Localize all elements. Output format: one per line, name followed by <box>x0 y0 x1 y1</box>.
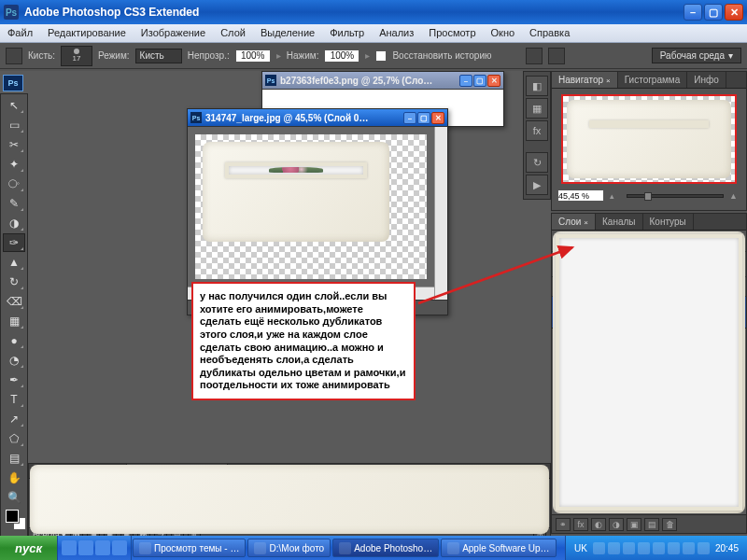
foreground-color-swatch[interactable] <box>6 510 19 523</box>
task-apple-update[interactable]: Apple Software Up… <box>441 539 556 557</box>
collapsed-swatches-icon[interactable]: ▦ <box>526 98 548 119</box>
collapsed-actions-icon[interactable]: ▶ <box>526 175 548 195</box>
tray-icon-7[interactable] <box>683 542 695 554</box>
maximize-button[interactable]: ▢ <box>704 4 723 21</box>
tray-icon-8[interactable] <box>698 542 710 554</box>
ql-icon-4[interactable] <box>112 540 127 555</box>
brush-preset-picker[interactable]: 17 <box>61 46 92 66</box>
collapsed-history-icon[interactable]: ↻ <box>526 152 548 173</box>
tool-notes[interactable]: ▤ <box>3 449 25 468</box>
doc-maximize-front[interactable]: ▢ <box>417 112 430 124</box>
menu-image[interactable]: Изображение <box>134 24 213 42</box>
delete-layer-icon[interactable]: 🗑 <box>662 518 677 531</box>
tray-icon-1[interactable] <box>593 542 605 554</box>
tool-pen[interactable]: ✒ <box>3 371 25 389</box>
frame-thumbnail[interactable] <box>35 491 64 515</box>
tool-crop[interactable]: ⧂ <box>3 175 25 193</box>
menu-layer[interactable]: Слой <box>213 24 253 42</box>
link-layers-icon[interactable]: ⚭ <box>556 518 571 531</box>
tab-histogram[interactable]: Гистограмма <box>618 72 688 88</box>
tab-layers[interactable]: Слои× <box>552 214 596 230</box>
doc-close-front[interactable]: ✕ <box>431 112 444 124</box>
menu-select[interactable]: Выделение <box>253 24 322 42</box>
flow-input[interactable] <box>324 49 359 63</box>
workspace-button[interactable]: Рабочая среда ▾ <box>652 48 741 63</box>
ql-icon-1[interactable] <box>62 540 77 555</box>
tab-paths[interactable]: Контуры <box>643 214 694 230</box>
close-button[interactable]: ✕ <box>725 4 743 21</box>
tab-info[interactable]: Инфо <box>687 72 726 88</box>
zoom-out-icon[interactable]: ▴ <box>610 191 621 201</box>
navigator-zoom-slider[interactable] <box>627 194 724 198</box>
doc-minimize-back[interactable]: – <box>459 75 472 87</box>
tool-shape[interactable]: ⬠ <box>3 429 25 448</box>
doc-close-back[interactable]: ✕ <box>487 75 500 87</box>
menu-file[interactable]: Файл <box>0 24 40 42</box>
ql-icon-2[interactable] <box>78 540 93 555</box>
tray-icon-6[interactable] <box>668 542 680 554</box>
tool-blur[interactable]: ● <box>3 331 25 350</box>
layer-item-0[interactable]: 👁 Слой 0 <box>552 297 746 329</box>
document-titlebar-back[interactable]: Ps b27363fef0e3.png @ 25,7% (Сло… – ▢ ✕ <box>262 72 503 89</box>
tool-path[interactable]: ↗ <box>3 410 25 428</box>
adjustment-layer-icon[interactable]: ◑ <box>609 518 624 531</box>
layer-thumbnail[interactable] <box>573 301 601 325</box>
tool-stamp[interactable]: ▲ <box>3 253 25 272</box>
doc-maximize-back[interactable]: ▢ <box>473 75 486 87</box>
doc-minimize-front[interactable]: – <box>403 112 416 124</box>
menu-analysis[interactable]: Анализ <box>372 24 421 42</box>
color-swatches[interactable] <box>3 508 25 536</box>
task-folder[interactable]: D:\Мои фото <box>247 539 331 557</box>
tool-wand[interactable]: ✦ <box>3 155 25 174</box>
clock[interactable]: 20:45 <box>712 543 741 553</box>
tool-zoom[interactable]: 🔍 <box>3 488 25 507</box>
tool-preset-icon[interactable] <box>6 48 22 64</box>
opacity-input[interactable] <box>235 49 271 63</box>
tray-icon-4[interactable] <box>638 542 650 554</box>
scrollbar-vertical[interactable] <box>434 127 447 300</box>
menu-view[interactable]: Просмотр <box>421 24 483 42</box>
new-layer-icon[interactable]: ▤ <box>644 518 659 531</box>
tool-eyedropper[interactable]: ✎ <box>3 194 25 213</box>
tool-dodge[interactable]: ◔ <box>3 351 25 370</box>
tray-icon-3[interactable] <box>623 542 635 554</box>
tool-hand[interactable]: ✋ <box>3 469 25 487</box>
tab-navigator[interactable]: Навигатор× <box>552 72 618 88</box>
tool-move[interactable]: ↖ <box>3 96 25 115</box>
collapsed-styles-icon[interactable]: fx <box>526 120 548 141</box>
layer-group-icon[interactable]: ▣ <box>627 518 641 531</box>
tray-icon-2[interactable] <box>608 542 620 554</box>
tool-type[interactable]: T <box>3 390 25 409</box>
mode-combo[interactable]: Кисть <box>135 49 182 63</box>
tool-heal[interactable]: ◑ <box>3 214 25 232</box>
layer-fx-icon[interactable]: fx <box>573 518 588 531</box>
document-canvas-front[interactable] <box>188 126 447 300</box>
history-checkbox[interactable] <box>375 50 387 62</box>
extra-icon-2[interactable] <box>548 48 565 64</box>
document-titlebar-front[interactable]: Ps 314747_large.jpg @ 45,5% (Слой 0… – ▢… <box>188 109 447 126</box>
navigator-thumbnail[interactable] <box>561 94 737 184</box>
navigator-zoom-input[interactable] <box>557 189 604 202</box>
tool-eraser[interactable]: ⌫ <box>3 292 25 311</box>
tool-history-brush[interactable]: ↻ <box>3 273 25 291</box>
tray-icon-5[interactable] <box>653 542 665 554</box>
tab-channels[interactable]: Каналы <box>596 214 643 230</box>
menu-window[interactable]: Окно <box>484 24 523 42</box>
tool-lasso[interactable]: ✂ <box>3 135 25 154</box>
task-browser[interactable]: Просмотр темы - … <box>133 539 246 557</box>
tool-marquee[interactable]: ▭ <box>3 116 25 134</box>
animation-frame-1[interactable]: 1 0 сек.▾ <box>34 482 65 525</box>
minimize-button[interactable]: – <box>684 4 702 21</box>
tool-brush[interactable]: ✑ <box>3 233 25 252</box>
collapsed-color-icon[interactable]: ◧ <box>526 76 548 96</box>
extra-icon-1[interactable] <box>526 48 543 64</box>
menu-filter[interactable]: Фильтр <box>322 24 372 42</box>
zoom-in-icon[interactable]: ▲ <box>729 191 740 201</box>
language-indicator[interactable]: UK <box>571 543 590 553</box>
layer-mask-icon[interactable]: ◐ <box>591 518 606 531</box>
ql-icon-3[interactable] <box>95 540 110 555</box>
menu-edit[interactable]: Редактирование <box>40 24 134 42</box>
task-photoshop[interactable]: Adobe Photosho… <box>332 539 439 557</box>
menu-help[interactable]: Справка <box>522 24 577 42</box>
start-button[interactable]: пуск <box>0 536 58 560</box>
